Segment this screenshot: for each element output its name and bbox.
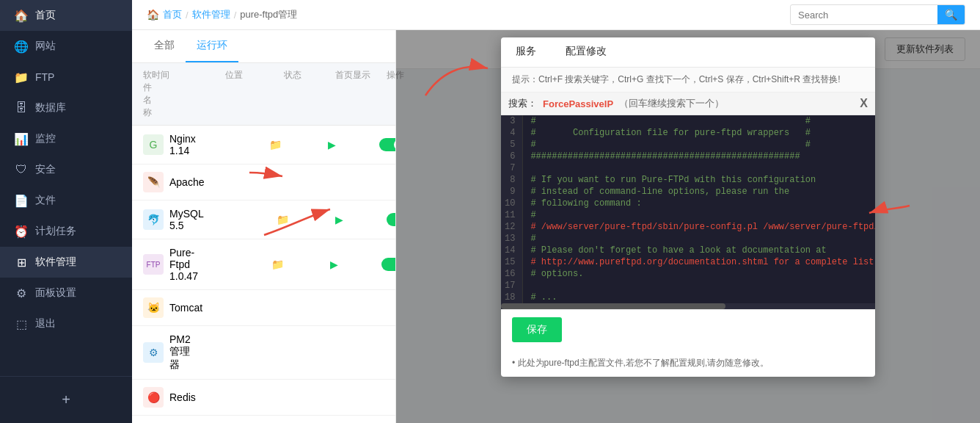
sidebar-label-website: 网站 bbox=[35, 40, 56, 53]
sidebar-item-security[interactable]: 🛡 安全 bbox=[0, 154, 132, 185]
sidebar-label-security: 安全 bbox=[35, 163, 56, 176]
search-box: 🔍 bbox=[790, 4, 965, 25]
col-location: 位置 bbox=[225, 69, 284, 119]
software-list: G Nginx 1.14 📁 ▶ 设置|卸载 🪶 Apache bbox=[132, 126, 395, 423]
code-line-12: 12 # /www/server/pure-ftpd/sbin/pure-con… bbox=[501, 221, 875, 233]
col-homepage: 首页显示 bbox=[335, 69, 387, 119]
code-editor[interactable]: 3 # # 4 # Configuration file for pure-ft… bbox=[501, 115, 875, 309]
content-area: 全部 运行环 软件名称 时间 位置 状态 首页显示 操作 G Nginx 1.1… bbox=[132, 30, 980, 423]
col-name: 软件名称 bbox=[143, 69, 152, 119]
horizontal-scrollbar[interactable] bbox=[501, 303, 875, 309]
sidebar-item-files[interactable]: 📄 文件 bbox=[0, 185, 132, 216]
code-line-10: 10 # following command : bbox=[501, 198, 875, 209]
folder-mysql[interactable]: 📁 bbox=[277, 214, 335, 225]
sidebar-label-software: 软件管理 bbox=[35, 256, 76, 269]
files-icon: 📄 bbox=[15, 194, 28, 207]
table-row: ⚙ PM2管理器 安装 bbox=[132, 326, 395, 380]
sidebar-label-files: 文件 bbox=[35, 194, 56, 207]
folder-ftpd[interactable]: 📁 bbox=[271, 258, 330, 270]
toggle-nginx[interactable] bbox=[379, 138, 395, 151]
pm2-icon: ⚙ bbox=[143, 342, 164, 363]
breadcrumb-home[interactable]: 首页 bbox=[163, 8, 182, 21]
sidebar-label-logout: 退出 bbox=[35, 317, 56, 330]
play-mysql[interactable]: ▶ bbox=[335, 214, 387, 225]
breadcrumb-icon: 🏠 bbox=[147, 9, 159, 21]
search-button[interactable]: 🔍 bbox=[937, 5, 965, 24]
code-line-3: 3 # # bbox=[501, 115, 875, 127]
website-icon: 🌐 bbox=[15, 40, 28, 53]
code-line-11: 11 # bbox=[501, 209, 875, 221]
modal-menu: 服务 配置修改 bbox=[501, 37, 875, 68]
redis-icon: 🔴 bbox=[143, 387, 164, 408]
breadcrumb: 🏠 首页 / 软件管理 / pure-ftpd管理 bbox=[147, 8, 297, 21]
save-area: 保存 bbox=[501, 309, 875, 350]
software-name-mysql: 🐬 MySQL 5.5 bbox=[143, 208, 203, 231]
sidebar-item-tasks[interactable]: ⏰ 计划任务 bbox=[0, 216, 132, 247]
play-ftpd[interactable]: ▶ bbox=[330, 258, 381, 270]
code-line-9: 9 # instead of command-line options, ple… bbox=[501, 186, 875, 198]
table-row: 🐬 MySQL 5.5 📁 ▶ 更新|设置|卸载 bbox=[132, 200, 395, 239]
code-line-8: 8 # If you want to run Pure-FTPd with th… bbox=[501, 174, 875, 186]
add-button[interactable]: + bbox=[0, 384, 132, 416]
search-input[interactable] bbox=[791, 6, 937, 24]
code-line-16: 16 # options. bbox=[501, 268, 875, 280]
folder-nginx[interactable]: 📁 bbox=[269, 139, 328, 151]
menu-config[interactable]: 配置修改 bbox=[551, 37, 621, 67]
save-button[interactable]: 保存 bbox=[512, 317, 562, 342]
toggle-ftpd[interactable] bbox=[381, 258, 395, 271]
software-name-nginx: G Nginx 1.14 bbox=[143, 133, 196, 156]
table-row: 🐱 Tomcat 安装 bbox=[132, 290, 395, 326]
tab-running[interactable]: 运行环 bbox=[186, 30, 238, 62]
breadcrumb-current: pure-ftpd管理 bbox=[240, 8, 297, 21]
sidebar-item-home[interactable]: 🏠 首页 bbox=[0, 0, 132, 31]
code-line-14: 14 # Please don't forget to have a look … bbox=[501, 245, 875, 256]
sidebar-label-panel: 面板设置 bbox=[35, 286, 76, 300]
tab-bar: 全部 运行环 bbox=[132, 30, 395, 63]
menu-service[interactable]: 服务 bbox=[501, 37, 551, 67]
modal-note: 此处为pure-ftpd主配置文件,若您不了解配置规则,请勿随意修改。 bbox=[501, 350, 875, 377]
database-icon: 🗄 bbox=[15, 101, 28, 115]
sidebar-item-website[interactable]: 🌐 网站 bbox=[0, 31, 132, 62]
hint-bar: 提示：Ctrl+F 搜索关键字，Ctrl+G 查找下一个，Ctrl+S 保存，C… bbox=[501, 68, 875, 93]
code-line-7: 7 bbox=[501, 162, 875, 174]
sidebar-item-monitor[interactable]: 📊 监控 bbox=[0, 123, 132, 154]
sidebar-label-home: 首页 bbox=[35, 9, 56, 22]
mysql-icon: 🐬 bbox=[143, 209, 164, 230]
sidebar-label-ftp: FTP bbox=[35, 71, 54, 83]
modal-close-button[interactable]: X bbox=[860, 97, 868, 110]
table-row: 🔴 Redis 安装 bbox=[132, 380, 395, 416]
tab-all[interactable]: 全部 bbox=[143, 30, 186, 62]
table-row: FTP Pure-Ftpd 1.0.47 📁 ▶ 设置|卸载 bbox=[132, 239, 395, 290]
modal-search-bar: 搜索： ForcePassiveIP （回车继续搜索下一个） X bbox=[501, 93, 875, 115]
breadcrumb-sep1: / bbox=[186, 10, 189, 21]
sidebar-label-database: 数据库 bbox=[35, 101, 66, 115]
sidebar-item-logout[interactable]: ⬚ 退出 bbox=[0, 308, 132, 339]
software-name-redis: 🔴 Redis bbox=[143, 387, 196, 408]
col-time: 时间 bbox=[152, 69, 225, 119]
sidebar-item-database[interactable]: 🗄 数据库 bbox=[0, 93, 132, 123]
sidebar-label-tasks: 计划任务 bbox=[35, 225, 76, 238]
software-name-apache: 🪶 Apache bbox=[143, 172, 204, 192]
table-row: G Nginx 1.14 📁 ▶ 设置|卸载 bbox=[132, 126, 395, 164]
sidebar-item-ftp[interactable]: 📁 FTP bbox=[0, 62, 132, 93]
play-nginx[interactable]: ▶ bbox=[328, 139, 379, 151]
sidebar-label-monitor: 监控 bbox=[35, 132, 56, 145]
sidebar-item-software[interactable]: ⊞ 软件管理 bbox=[0, 247, 132, 278]
table-row: M Memcached 安装 bbox=[132, 416, 395, 423]
code-line-15: 15 # http://www.pureftpd.org/documentati… bbox=[501, 256, 875, 268]
code-content: 3 # # 4 # Configuration file for pure-ft… bbox=[501, 115, 875, 303]
sidebar: 🏠 首页 🌐 网站 📁 FTP 🗄 数据库 📊 监控 🛡 安全 📄 文件 ⏰ 计… bbox=[0, 0, 132, 423]
ftpd-icon: FTP bbox=[143, 254, 164, 275]
modal-dialog: 服务 配置修改 提示：Ctrl+F 搜索关键字，Ctrl+G 查找下一个，Ctr… bbox=[501, 37, 875, 377]
code-line-4: 4 # Configuration file for pure-ftpd wra… bbox=[501, 127, 875, 139]
code-line-18: 18 # ... bbox=[501, 292, 875, 303]
nginx-icon: G bbox=[143, 134, 164, 155]
breadcrumb-software[interactable]: 软件管理 bbox=[192, 8, 230, 21]
sidebar-item-panel[interactable]: ⚙ 面板设置 bbox=[0, 278, 132, 308]
ftp-icon: 📁 bbox=[15, 70, 28, 84]
toggle-mysql[interactable] bbox=[387, 213, 395, 226]
table-row: 🪶 Apache 安装 bbox=[132, 164, 395, 200]
software-panel: 全部 运行环 软件名称 时间 位置 状态 首页显示 操作 G Nginx 1.1… bbox=[132, 30, 396, 423]
scrollbar-thumb bbox=[501, 303, 725, 309]
software-icon: ⊞ bbox=[15, 256, 28, 269]
